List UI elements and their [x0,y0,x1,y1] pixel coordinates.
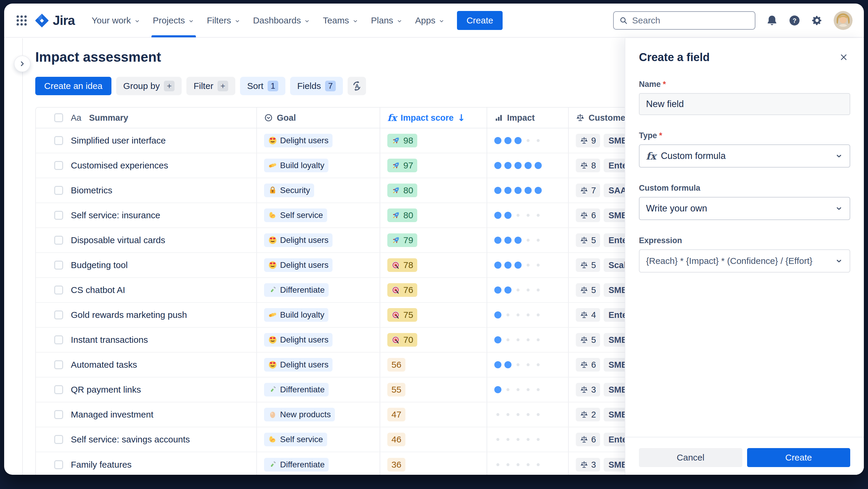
auto-format-button[interactable]: A [348,77,366,95]
row-checkbox[interactable] [54,186,63,195]
impact-rating[interactable] [494,137,542,144]
impact-dot [535,461,542,468]
impact-score-chip: 80 [387,208,417,222]
goal-chip: Self service [264,208,327,222]
scale-icon [580,136,588,145]
goal-chip: Build loyalty [264,308,328,322]
row-checkbox[interactable] [54,136,63,145]
idea-summary: QR payment links [71,384,141,395]
impact-dot [504,212,512,219]
impact-rating[interactable] [494,461,542,468]
jira-logo[interactable]: Jira [35,13,75,28]
impact-rating[interactable] [494,187,542,194]
impact-rating[interactable] [494,311,542,318]
text-field-icon: Aa [71,113,81,123]
cancel-button[interactable]: Cancel [639,448,742,467]
fields-button[interactable]: Fields 7 [290,77,343,95]
goal-chip: Delight users [264,333,333,347]
impact-rating[interactable] [494,411,542,418]
impact-rating[interactable] [494,237,542,244]
group-by-button[interactable]: Group by + [116,77,182,95]
chevron-down-icon [835,257,843,265]
idea-summary: Budgeting tool [71,260,128,270]
column-header-summary[interactable]: Aa Summary [36,108,256,128]
row-checkbox[interactable] [54,286,63,294]
impact-dot [515,311,522,318]
chevron-down-icon [835,152,843,160]
row-checkbox[interactable] [54,435,63,444]
user-avatar[interactable] [834,11,852,30]
expression-select[interactable]: {Reach} * {Impact} * (Confidence} / {Eff… [639,250,850,272]
row-checkbox[interactable] [54,360,63,369]
goal-chip: Self service [264,433,327,446]
idea-summary: Managed investment [71,409,154,420]
global-create-button[interactable]: Create [457,11,503,30]
impact-score-chip: 47 [387,408,405,422]
sort-button[interactable]: Sort 1 [240,77,285,95]
row-checkbox[interactable] [54,211,63,220]
impact-rating[interactable] [494,262,542,269]
impact-dot [535,137,542,144]
customer-count-chip: 5 [576,333,600,347]
settings-gear-icon[interactable] [811,15,823,26]
create-field-button[interactable]: Create [747,448,850,467]
expand-sidebar-button[interactable] [14,55,31,72]
scale-icon [580,161,588,170]
row-checkbox[interactable] [54,410,63,419]
goal-chip: New products [264,408,335,422]
nav-item-teams[interactable]: Teams [316,4,365,37]
impact-score-chip: 79 [387,233,417,247]
idea-summary: Simplified user interface [71,136,166,146]
impact-dot [494,336,501,343]
chevron-down-icon [234,18,241,24]
impact-score-chip: 56 [387,358,405,372]
customer-count-chip: 6 [576,433,600,446]
select-all-checkbox[interactable] [54,113,63,122]
impact-dot [525,262,532,269]
app-switcher-icon[interactable] [16,14,28,27]
top-navbar: Jira Your work Projects Filters Dashboar… [4,4,864,38]
custom-formula-select[interactable]: Write your own [639,197,850,220]
impact-rating[interactable] [494,386,542,393]
customer-count-chip: 2 [576,408,600,422]
filter-button[interactable]: Filter + [186,77,235,95]
impact-rating[interactable] [494,361,542,368]
impact-dot [494,361,501,368]
impact-dot [535,336,542,343]
close-icon[interactable] [837,51,850,64]
nav-item-filters[interactable]: Filters [200,4,247,37]
impact-rating[interactable] [494,336,542,343]
row-checkbox[interactable] [54,161,63,170]
goal-emoji [268,286,277,294]
impact-rating[interactable] [494,162,542,169]
nav-item-plans[interactable]: Plans [365,4,409,37]
nav-item-your-work[interactable]: Your work [85,4,146,37]
global-search[interactable] [613,11,755,30]
nav-item-apps[interactable]: Apps [409,4,451,37]
field-name-input[interactable] [639,93,850,115]
column-header-impact-score[interactable]: fx Impact score ↓ [380,108,487,128]
scale-icon [580,211,588,220]
row-checkbox[interactable] [54,261,63,269]
nav-item-projects[interactable]: Projects [147,4,200,37]
impact-rating[interactable] [494,212,542,219]
search-input[interactable] [632,16,749,26]
expression-label: Expression [639,236,850,245]
notifications-bell-icon[interactable] [766,15,778,26]
row-checkbox[interactable] [54,460,63,469]
impact-rating[interactable] [494,436,542,443]
column-header-impact[interactable]: Impact [487,108,568,128]
row-checkbox[interactable] [54,385,63,394]
column-header-goal[interactable]: Goal [256,108,380,128]
nav-item-dashboards[interactable]: Dashboards [247,4,317,37]
row-checkbox[interactable] [54,236,63,244]
impact-rating[interactable] [494,286,542,294]
create-idea-button[interactable]: Create an idea [35,77,112,95]
help-icon[interactable]: ? [788,15,800,26]
goal-emoji [268,460,277,469]
field-type-select[interactable]: fx Custom formula [639,144,850,168]
row-checkbox[interactable] [54,336,63,344]
jira-logo-icon [35,13,49,28]
row-checkbox[interactable] [54,311,63,319]
customer-count-chip: 6 [576,358,600,372]
